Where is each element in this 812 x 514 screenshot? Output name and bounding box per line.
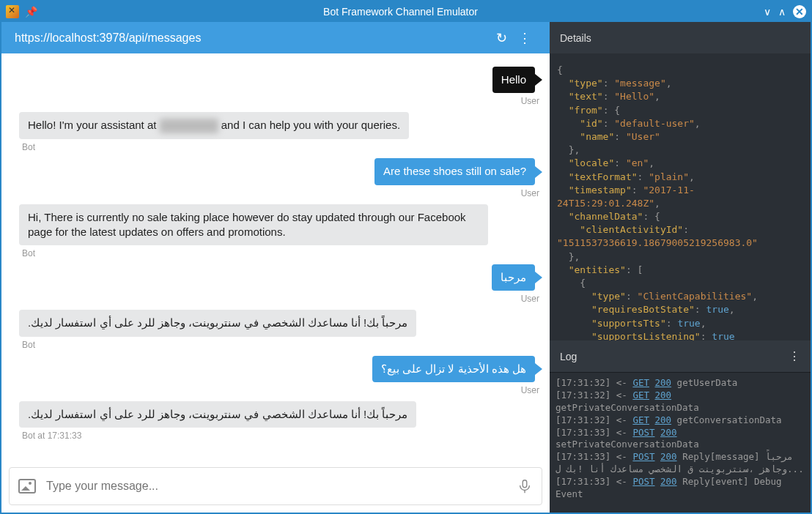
message-bubble[interactable]: مرحبا [492,264,535,291]
log-menu-button[interactable]: ⋮ [789,349,800,363]
maximize-button[interactable]: ∧ [778,6,786,18]
message-meta: User [518,188,542,198]
message-bubble[interactable]: Hello! I'm your assistant at XXXXXXX and… [19,112,409,139]
message-user: هل هذه الأحذية لا تزال على بيع؟ User [19,356,542,395]
message-bubble[interactable]: Hi, There is currently no sale taking pl… [19,204,488,246]
message-bubble[interactable]: هل هذه الأحذية لا تزال على بيع؟ [372,356,535,382]
message-bot: .مرحباً بك! أنا مساعدك الشخصي في سنتربوي… [19,401,542,441]
bubble-tail-icon [535,363,542,375]
message-bot: .مرحباً بك! أنا مساعدك الشخصي في سنتربوي… [19,310,542,349]
log-header: Log ⋮ [550,340,811,372]
message-meta: Bot [19,142,38,152]
message-bubble[interactable]: .مرحباً بك! أنا مساعدك الشخصي في سنتربوي… [19,401,416,428]
attach-image-button[interactable] [18,479,36,493]
details-json[interactable]: { "type": "message", "text": "Hello", "f… [550,53,811,340]
app-logo-icon [6,5,19,18]
endpoint-url: https://localhost:3978/api/messages [15,31,490,45]
log-header-label: Log [560,351,577,362]
redacted-segment: XXXXXXX [160,119,218,133]
window-title: Bot Framework Channel Emulator [37,6,764,18]
message-text-before: Hello! I'm your assistant at [28,119,160,131]
message-meta: User [518,385,542,395]
message-meta: Bot [19,248,38,258]
message-user: مرحبا User [19,264,542,304]
details-header: Details [550,22,811,53]
message-list: Hello User Hello! I'm your assistant at … [1,53,550,467]
pin-icon[interactable]: 📌 [25,6,37,18]
message-user: Are these shoes still on sale? User [19,158,542,198]
message-bubble[interactable]: Are these shoes still on sale? [374,158,535,185]
app-window: 📌 Bot Framework Channel Emulator ∨ ∧ ✕ h… [0,0,812,514]
message-meta: Bot at 17:31:33 [19,431,84,441]
details-header-label: Details [560,32,591,44]
chat-menu-button[interactable]: ⋮ [513,30,536,46]
svg-rect-0 [523,480,527,488]
chat-panel: https://localhost:3978/api/messages ↻ ⋮ … [1,22,550,513]
message-meta: User [518,96,542,106]
titlebar: 📌 Bot Framework Channel Emulator ∨ ∧ ✕ [1,1,811,22]
message-bot: Hi, There is currently no sale taking pl… [19,204,542,259]
side-panel: Details { "type": "message", "text": "He… [550,22,811,513]
message-text-after: and I can help you with your queries. [218,119,400,131]
chat-header: https://localhost:3978/api/messages ↻ ⋮ [1,22,550,53]
log-content[interactable]: [17:31:32] <- GET 200 getUserData[17:31:… [550,372,811,513]
message-input[interactable] [46,480,517,493]
message-user: Hello User [19,67,542,106]
message-bot: Hello! I'm your assistant at XXXXXXX and… [19,112,542,152]
message-meta: User [518,294,542,304]
close-button[interactable]: ✕ [793,5,806,18]
message-bubble[interactable]: .مرحباً بك! أنا مساعدك الشخصي في سنتربوي… [19,310,416,336]
mic-button[interactable] [517,477,533,495]
message-bubble[interactable]: Hello [492,67,535,93]
bubble-tail-icon [535,272,542,283]
bubble-tail-icon [535,166,542,178]
input-bar [9,467,542,505]
message-meta: Bot [19,340,38,350]
bubble-tail-icon [535,74,542,86]
minimize-button[interactable]: ∨ [764,6,771,18]
refresh-button[interactable]: ↻ [490,30,513,46]
